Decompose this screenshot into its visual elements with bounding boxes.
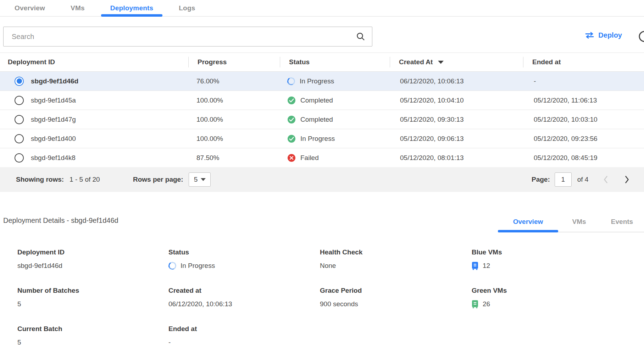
status-label: Completed xyxy=(300,97,333,104)
table-row[interactable]: sbgd-9ef1d47g 100.00% Completed 05/12/20… xyxy=(0,110,644,129)
row-radio-selected[interactable] xyxy=(15,77,24,86)
field-label-current-batch: Current Batch xyxy=(17,324,168,334)
error-icon xyxy=(287,154,296,162)
field-value-number-of-batches: 5 xyxy=(17,299,168,309)
tab-overview[interactable]: Overview xyxy=(5,0,54,16)
chevron-down-icon xyxy=(201,178,206,181)
tab-deployments[interactable]: Deployments xyxy=(101,0,163,16)
field-value-green-vms: 26 xyxy=(483,299,490,309)
main-tab-bar: Overview VMs Deployments Logs xyxy=(0,0,644,17)
created-at-value: 06/12/2020, 10:06:13 xyxy=(390,77,523,85)
ended-at-value: 05/12/2020, 10:03:10 xyxy=(523,116,644,123)
search-box xyxy=(3,27,372,46)
tab-logs[interactable]: Logs xyxy=(170,0,204,16)
field-label-ended-at: Ended at xyxy=(168,324,320,334)
previous-page-button[interactable] xyxy=(603,175,608,184)
progress-value: 76.00% xyxy=(188,77,280,85)
progress-value: 100.00% xyxy=(188,97,280,104)
field-label-number-of-batches: Number of Batches xyxy=(17,286,168,295)
details-title: Deployment Details - sbgd-9ef1d46d xyxy=(3,216,118,225)
details-tab-vms[interactable]: VMs xyxy=(558,211,600,232)
refresh-icon[interactable] xyxy=(638,30,644,43)
ended-at-value: 05/12/2020, 09:23:56 xyxy=(523,135,644,143)
field-label-created-at: Created at xyxy=(168,286,320,295)
progress-value: 87.50% xyxy=(188,154,280,162)
table-header-row: Deployment ID Progress Status Created At… xyxy=(0,53,644,71)
page-total: of 4 xyxy=(577,176,589,183)
status-label: In Progress xyxy=(300,135,335,143)
status-label: In Progress xyxy=(300,77,334,85)
green-vm-icon xyxy=(472,300,478,308)
progress-value: 100.00% xyxy=(188,135,280,143)
deploy-button[interactable]: Deploy xyxy=(585,31,622,39)
showing-rows-label: Showing rows: xyxy=(16,176,64,183)
rows-per-page-value: 5 xyxy=(194,176,198,183)
field-label-status: Status xyxy=(168,248,320,257)
field-label-deployment-id: Deployment ID xyxy=(17,248,168,257)
rows-per-page-label: Rows per page: xyxy=(133,176,183,183)
ended-at-value: 05/12/2020, 08:45:19 xyxy=(523,154,644,162)
field-value-ended-at: - xyxy=(168,338,320,347)
progress-value: 100.00% xyxy=(188,116,280,123)
created-at-value: 05/12/2020, 09:06:13 xyxy=(390,135,523,143)
deployments-page: Overview VMs Deployments Logs Deploy xyxy=(0,0,644,352)
row-radio[interactable] xyxy=(15,115,24,124)
rows-per-page-select[interactable]: 5 xyxy=(189,172,211,187)
spinner-icon xyxy=(287,76,296,86)
table-row[interactable]: sbgd-9ef1d45a 100.00% Completed 05/12/20… xyxy=(0,90,644,110)
deployments-table: Deployment ID Progress Status Created At… xyxy=(0,53,644,192)
page-label: Page: xyxy=(532,176,550,183)
deploy-button-label: Deploy xyxy=(598,31,622,39)
created-at-value: 05/12/2020, 10:04:10 xyxy=(390,97,523,104)
search-icon[interactable] xyxy=(356,32,365,41)
row-radio[interactable] xyxy=(15,134,24,143)
field-value-deployment-id: sbgd-9ef1d46d xyxy=(17,261,168,270)
field-label-green-vms: Green VMs xyxy=(472,286,644,295)
table-row[interactable]: sbgd-9ef1d46d 76.00% In Progress 06/12/2… xyxy=(0,71,644,90)
field-value-health-check: None xyxy=(320,261,472,270)
column-header-created-at-label: Created At xyxy=(399,58,433,66)
created-at-value: 05/12/2020, 09:30:13 xyxy=(390,116,523,123)
row-radio[interactable] xyxy=(15,96,24,105)
spinner-icon xyxy=(168,261,177,271)
row-radio[interactable] xyxy=(15,153,24,163)
created-at-value: 05/12/2020, 08:01:13 xyxy=(390,154,523,162)
search-input[interactable] xyxy=(4,27,356,46)
check-icon xyxy=(287,134,296,143)
field-label-grace-period: Grace Period xyxy=(320,286,472,295)
details-tab-overview[interactable]: Overview xyxy=(498,211,558,232)
blue-vm-icon xyxy=(472,262,478,270)
column-header-created-at[interactable]: Created At xyxy=(390,53,523,71)
field-value-blue-vms: 12 xyxy=(483,261,490,270)
deployment-id: sbgd-9ef1d4k8 xyxy=(31,154,76,162)
ended-at-value: 05/12/2020, 11:06:13 xyxy=(523,97,644,104)
details-tab-events[interactable]: Events xyxy=(600,211,644,232)
field-value-status: In Progress xyxy=(181,261,215,270)
field-value-created-at: 06/12/2020, 10:06:13 xyxy=(168,299,320,309)
details-tab-bar: Overview VMs Events xyxy=(498,211,644,232)
column-header-status[interactable]: Status xyxy=(280,53,390,71)
deployment-id: sbgd-9ef1d400 xyxy=(31,135,76,143)
deployment-id: sbgd-9ef1d47g xyxy=(31,116,76,123)
table-row[interactable]: sbgd-9ef1d4k8 87.50% Failed 05/12/2020, … xyxy=(0,148,644,167)
column-header-ended-at[interactable]: Ended at xyxy=(523,53,644,71)
details-grid: Deployment ID sbgd-9ef1d46d Status In Pr… xyxy=(0,248,644,352)
status-label: Failed xyxy=(300,154,319,162)
tab-vms[interactable]: VMs xyxy=(61,0,94,16)
table-row[interactable]: sbgd-9ef1d400 100.00% In Progress 05/12/… xyxy=(0,129,644,148)
column-header-deployment-id[interactable]: Deployment ID xyxy=(0,53,188,71)
sort-desc-icon xyxy=(438,61,444,64)
status-label: Completed xyxy=(300,116,333,123)
check-icon xyxy=(287,96,296,105)
field-label-health-check: Health Check xyxy=(320,248,472,257)
column-header-progress[interactable]: Progress xyxy=(188,53,280,71)
field-value-current-batch: 5 xyxy=(17,338,168,347)
showing-rows-value: 1 - 5 of 20 xyxy=(70,176,100,183)
deployment-id: sbgd-9ef1d45a xyxy=(31,97,76,104)
deployment-id: sbgd-9ef1d46d xyxy=(31,77,78,85)
next-page-button[interactable] xyxy=(624,175,629,184)
check-icon xyxy=(287,115,296,124)
table-footer: Showing rows: 1 - 5 of 20 Rows per page:… xyxy=(0,167,644,192)
page-input[interactable] xyxy=(555,172,572,187)
swap-arrows-icon xyxy=(585,32,594,39)
